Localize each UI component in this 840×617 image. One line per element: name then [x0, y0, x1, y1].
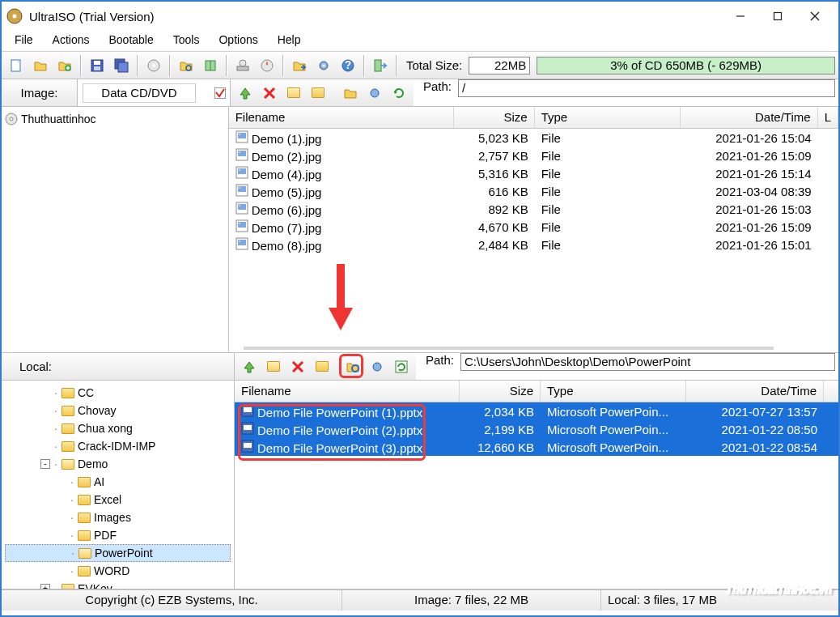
svg-point-42 [239, 169, 240, 171]
volume-name-input[interactable] [83, 83, 196, 103]
tree-node[interactable]: -·Demo [5, 455, 231, 473]
col-filename[interactable]: Filename [235, 381, 460, 402]
tree-node[interactable]: ·Chovay [5, 402, 231, 419]
svg-rect-14 [118, 62, 128, 72]
svg-rect-35 [238, 133, 246, 138]
open-button[interactable] [29, 54, 52, 77]
tree-expander[interactable]: - [40, 459, 50, 469]
local-list-header[interactable]: Filename Size Type Date/Time [235, 381, 838, 402]
local-tree-pane[interactable]: ·CC·Chovay·Chua xong·Crack-IDM-IMP-·Demo… [2, 381, 235, 589]
tree-node[interactable]: ·CC [5, 384, 231, 402]
tree-node[interactable]: ·PDF [5, 526, 231, 544]
menu-file[interactable]: File [5, 31, 43, 51]
close-button[interactable] [796, 4, 834, 28]
file-row[interactable]: Demo (5).jpg616 KBFile2021-03-04 08:39 [229, 182, 838, 200]
svg-rect-44 [238, 186, 246, 192]
menu-help[interactable]: Help [268, 31, 311, 51]
local-file-list[interactable]: Filename Size Type Date/Time Demo File P… [235, 381, 838, 589]
tree-label: Chua xong [78, 422, 133, 435]
col-date[interactable]: Date/Time [686, 381, 824, 402]
col-l[interactable]: L [818, 107, 838, 128]
col-type[interactable]: Type [541, 381, 686, 402]
floppy-multiple-icon [114, 58, 129, 73]
image-extract-button[interactable] [339, 82, 362, 104]
save-button[interactable] [86, 54, 108, 77]
save-all-button[interactable] [110, 54, 133, 77]
help-button[interactable]: ? [337, 54, 359, 77]
image-file-icon [235, 202, 248, 215]
folder-icon [78, 513, 91, 523]
menu-actions[interactable]: Actions [43, 31, 100, 51]
image-up-button[interactable] [234, 82, 257, 104]
arrow-up-icon [242, 360, 257, 374]
svg-point-39 [239, 151, 240, 153]
tree-label: Demo [78, 457, 108, 470]
image-file-list[interactable]: Filename Size Type Date/Time L Demo (1).… [229, 107, 838, 352]
local-refresh-button[interactable] [390, 355, 413, 378]
image-remove-button[interactable] [258, 82, 281, 104]
menu-options[interactable]: Options [209, 31, 267, 51]
svg-rect-53 [238, 240, 246, 245]
image-newfolder2-button[interactable] [307, 82, 329, 104]
menu-bootable[interactable]: Bootable [99, 31, 163, 51]
maximize-button[interactable] [759, 4, 796, 28]
file-row[interactable]: Demo (7).jpg4,670 KBFile2021-01-26 15:09 [229, 218, 838, 236]
tree-node[interactable]: ·WORD [5, 562, 231, 580]
local-add-button[interactable] [262, 355, 285, 378]
file-row[interactable]: Demo (8).jpg2,484 KBFile2021-01-26 15:01 [229, 236, 838, 253]
tree-node[interactable]: ·AI [5, 473, 231, 491]
folder-icon [78, 477, 91, 487]
horizontal-scrollbar[interactable] [244, 347, 774, 350]
col-size[interactable]: Size [454, 107, 535, 128]
local-newfolder-button[interactable] [311, 355, 333, 378]
file-row[interactable]: Demo File PowerPoint (1).pptx2,034 KBMic… [235, 402, 838, 420]
image-refresh-button[interactable] [388, 82, 410, 104]
image-path-box[interactable]: / [458, 79, 835, 97]
col-filename[interactable]: Filename [229, 107, 454, 128]
tree-node[interactable]: +·EVKey [5, 580, 231, 589]
capacity-bar[interactable]: 3% of CD 650MB (- 629MB) [537, 57, 835, 74]
burn-button[interactable] [256, 54, 278, 77]
file-row[interactable]: Demo File PowerPoint (3).pptx12,660 KBMi… [235, 438, 838, 456]
col-type[interactable]: Type [535, 107, 681, 128]
make-boot-button[interactable] [142, 54, 165, 77]
tree-node[interactable]: ·Chua xong [5, 419, 231, 437]
image-tree-root[interactable]: Thuthuattinhoc [5, 110, 225, 128]
local-extract-button[interactable] [342, 355, 364, 378]
col-size[interactable]: Size [460, 381, 541, 402]
tree-node[interactable]: ·Crack-IDM-IMP [5, 437, 231, 455]
minimize-button[interactable] [722, 4, 759, 28]
file-row[interactable]: Demo (2).jpg2,757 KBFile2021-01-26 15:09 [229, 147, 838, 164]
col-date[interactable]: Date/Time [681, 107, 818, 128]
tree-expander[interactable]: + [40, 584, 50, 589]
tree-node[interactable]: ·PowerPoint [5, 544, 231, 562]
new-button[interactable] [5, 54, 28, 77]
checkbox-icon[interactable] [210, 79, 231, 106]
local-path-box[interactable]: C:\Users\John\Desktop\Demo\PowerPoint [460, 353, 835, 371]
image-tree-pane[interactable]: Thuthuattinhoc [2, 107, 229, 352]
find-button[interactable] [175, 54, 197, 77]
add-button[interactable] [53, 54, 76, 77]
local-up-button[interactable] [238, 355, 261, 378]
menu-tools[interactable]: Tools [163, 31, 210, 51]
options-button[interactable] [312, 54, 335, 77]
move-button[interactable] [288, 54, 311, 77]
mount-button[interactable] [231, 54, 254, 77]
file-row[interactable]: Demo (6).jpg892 KBFile2021-01-26 15:03 [229, 200, 838, 218]
local-remove-button[interactable] [286, 355, 309, 378]
local-props-button[interactable] [366, 355, 388, 378]
folder-extract-icon [346, 360, 360, 374]
image-list-header[interactable]: Filename Size Type Date/Time L [229, 107, 838, 129]
tree-node[interactable]: ·Excel [5, 491, 231, 508]
image-newfolder-button[interactable] [282, 82, 305, 104]
folder-icon [287, 87, 300, 98]
mount-icon [235, 58, 250, 73]
file-row[interactable]: Demo File PowerPoint (2).pptx2,199 KBMic… [235, 420, 838, 438]
tree-node[interactable]: ·Images [5, 508, 231, 526]
file-row[interactable]: Demo (1).jpg5,023 KBFile2021-01-26 15:04 [229, 129, 838, 147]
disc-icon [5, 113, 18, 126]
exit-button[interactable] [369, 54, 392, 77]
compress-button[interactable] [199, 54, 222, 77]
image-props-button[interactable] [363, 82, 386, 104]
file-row[interactable]: Demo (4).jpg5,316 KBFile2021-01-26 15:14 [229, 164, 838, 182]
